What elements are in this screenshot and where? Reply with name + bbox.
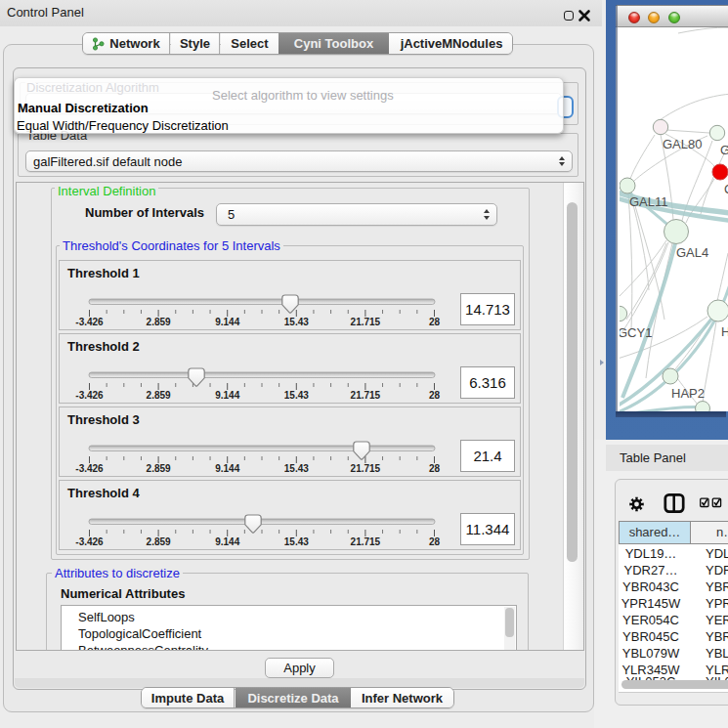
svg-text:2.859: 2.859 (147, 390, 171, 401)
svg-text:GCY1: GCY1 (620, 325, 652, 340)
svg-text:15.43: 15.43 (284, 317, 309, 327)
svg-text:GA: GA (720, 143, 728, 157)
svg-text:2.859: 2.859 (147, 317, 171, 327)
svg-text:15.43: 15.43 (284, 463, 309, 474)
svg-text:HAP2: HAP2 (671, 386, 705, 401)
svg-text:28: 28 (429, 536, 441, 547)
svg-text:2.859: 2.859 (147, 536, 171, 547)
svg-text:15.43: 15.43 (284, 536, 309, 547)
svg-text:C: C (724, 182, 728, 196)
svg-text:15.43: 15.43 (284, 390, 309, 401)
svg-text:-3.426: -3.426 (75, 536, 104, 547)
svg-text:21.715: 21.715 (351, 463, 381, 474)
svg-text:-3.426: -3.426 (75, 463, 104, 474)
svg-text:28: 28 (429, 463, 441, 474)
svg-text:GAL11: GAL11 (629, 194, 668, 209)
svg-text:9.144: 9.144 (215, 317, 239, 327)
svg-text:21.715: 21.715 (351, 390, 381, 401)
svg-text:H: H (721, 324, 728, 339)
svg-text:2.859: 2.859 (147, 463, 171, 474)
svg-text:9.144: 9.144 (215, 463, 239, 474)
svg-text:-3.426: -3.426 (75, 390, 104, 401)
svg-text:GAL4: GAL4 (676, 245, 708, 260)
svg-text:-3.426: -3.426 (75, 317, 104, 327)
svg-text:21.715: 21.715 (351, 536, 381, 547)
svg-text:9.144: 9.144 (215, 390, 239, 401)
svg-text:21.715: 21.715 (351, 317, 381, 327)
svg-text:28: 28 (429, 317, 441, 327)
svg-text:GAL80: GAL80 (663, 137, 702, 151)
svg-text:28: 28 (429, 390, 441, 401)
svg-text:9.144: 9.144 (215, 536, 239, 547)
